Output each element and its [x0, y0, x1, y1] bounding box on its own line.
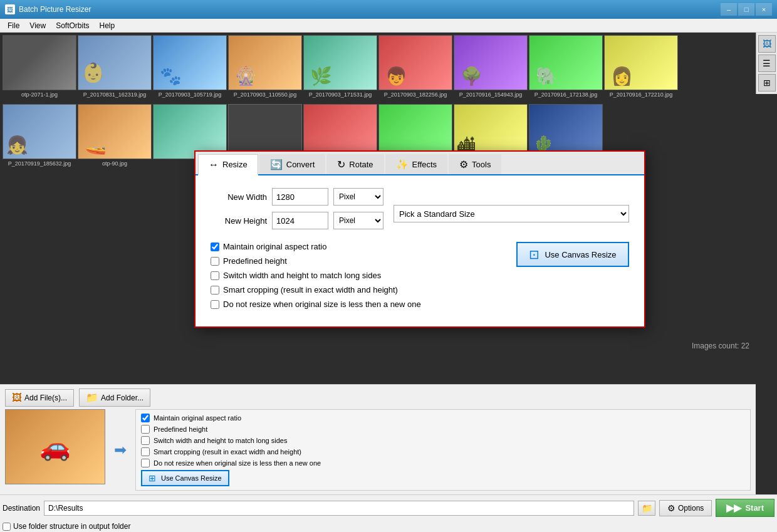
tab-tools[interactable]: ⚙ Tools — [449, 154, 501, 174]
smart-crop-row: Smart cropping (result in exact width an… — [211, 285, 504, 295]
window-controls: – □ × — [721, 3, 772, 16]
thumb-label: otp-90.jpg — [102, 160, 127, 167]
add-files-button[interactable]: 🖼 Add File(s)... — [5, 389, 74, 407]
thumb-label: P_20170903_105719.jpg — [159, 91, 222, 98]
thumb-label: otp-2071-1.jpg — [21, 91, 58, 98]
list-item[interactable]: 👦 P_20170903_182256.jpg — [378, 35, 452, 102]
small-smart-crop-checkbox[interactable] — [141, 447, 150, 456]
gallery-row-1: otp-2071-1.jpg 👶 P_20170831_162319.jpg 🐾… — [0, 33, 777, 102]
size-section: New Width Pixel Percent Cm Inch New Heig… — [211, 188, 629, 236]
size-inputs: New Width Pixel Percent Cm Inch New Heig… — [211, 188, 383, 236]
list-item[interactable]: otp-2071-1.jpg — [3, 35, 76, 102]
predefined-height-checkbox[interactable] — [211, 257, 219, 266]
list-item[interactable]: 🎡 P_20170903_110550.jpg — [228, 35, 302, 102]
list-item[interactable]: 👧 P_20170919_185632.jpg — [3, 104, 76, 170]
small-maintain-aspect-checkbox[interactable] — [141, 414, 150, 422]
rotate-tab-icon: ↻ — [337, 159, 345, 170]
new-height-label: New Height — [211, 216, 267, 226]
small-no-resize-row: Do not resize when original size is less… — [141, 459, 745, 467]
standard-size-select[interactable]: Pick a Standard Size 800x600 1024x768 12… — [394, 205, 629, 222]
list-view-button[interactable]: ☰ — [758, 55, 776, 72]
tab-tools-label: Tools — [472, 160, 491, 169]
tab-effects[interactable]: ✨ Effects — [385, 154, 448, 174]
predefined-height-label: Predefined height — [223, 256, 287, 266]
maintain-aspect-label: Maintain original aspect ratio — [223, 242, 326, 251]
thumb-label: P_20170903_110550.jpg — [234, 91, 297, 98]
use-folder-row: Use folder structure in output folder — [0, 521, 777, 532]
small-settings-panel: Maintain original aspect ratio Predefine… — [135, 409, 751, 491]
tab-rotate[interactable]: ↻ Rotate — [326, 154, 383, 174]
maintain-aspect-checkbox[interactable] — [211, 243, 219, 251]
start-button[interactable]: ▶▶ Start — [716, 499, 774, 517]
small-smart-crop-row: Smart cropping (result in exact width an… — [141, 447, 745, 456]
menu-file[interactable]: File — [3, 20, 24, 31]
height-unit-select[interactable]: Pixel Percent Cm Inch — [333, 212, 383, 229]
checkboxes-section: Maintain original aspect ratio Predefine… — [211, 242, 504, 314]
resize-dialog: ↔ Resize 🔄 Convert ↻ Rotate ✨ Effects ⚙ … — [194, 150, 645, 328]
arrow-icon: ➡ — [110, 409, 130, 491]
preview-thumbnail: 🚗 — [5, 409, 105, 484]
tab-resize-label: Resize — [222, 160, 248, 169]
preview-area: 🚗 ➡ Maintain original aspect ratio Prede… — [5, 409, 751, 491]
list-item[interactable]: 👶 P_20170831_162319.jpg — [78, 35, 152, 102]
small-maintain-aspect-row: Maintain original aspect ratio — [141, 414, 745, 422]
tab-resize[interactable]: ↔ Resize — [198, 154, 258, 175]
smart-crop-label: Smart cropping (result in exact width an… — [223, 285, 398, 295]
app-icon: 🖼 — [5, 4, 15, 14]
width-input[interactable] — [272, 188, 328, 206]
list-item[interactable]: 👩 P_20170916_172210.jpg — [604, 35, 678, 102]
destination-input[interactable] — [44, 501, 634, 516]
maximize-button[interactable]: □ — [738, 3, 754, 16]
minimize-button[interactable]: – — [721, 3, 737, 16]
no-resize-label: Do not resize when original size is less… — [223, 300, 421, 309]
list-item[interactable]: 🌳 P_20170916_154943.jpg — [454, 35, 528, 102]
small-predefined-height-row: Predefined height — [141, 425, 745, 434]
tab-convert[interactable]: 🔄 Convert — [259, 154, 326, 174]
height-input[interactable] — [272, 212, 328, 229]
menu-view[interactable]: View — [24, 20, 51, 31]
menubar: File View SoftOrbits Help — [0, 19, 777, 33]
small-predefined-height-checkbox[interactable] — [141, 425, 150, 434]
options-button[interactable]: ⚙ Options — [659, 500, 712, 516]
list-item[interactable]: 🐾 P_20170903_105719.jpg — [153, 35, 227, 102]
destination-browse-button[interactable]: 📁 — [638, 501, 655, 516]
list-item[interactable]: 🐘 P_20170916_172138.jpg — [529, 35, 603, 102]
new-height-row: New Height Pixel Percent Cm Inch — [211, 212, 383, 229]
tab-bar: ↔ Resize 🔄 Convert ↻ Rotate ✨ Effects ⚙ … — [196, 152, 644, 175]
list-item[interactable]: 🚤 otp-90.jpg — [78, 104, 152, 170]
small-canvas-btn-label: Use Canvas Resize — [161, 474, 222, 482]
images-count: Images count: 22 — [692, 342, 749, 350]
thumb-label: P_20170831_162319.jpg — [83, 91, 147, 98]
canvas-resize-icon: ⊡ — [529, 247, 540, 262]
new-width-label: New Width — [211, 192, 267, 202]
modal-body: New Width Pixel Percent Cm Inch New Heig… — [196, 175, 644, 326]
bottom-panel: 🖼 Add File(s)... 📁 Add Folder... 🚗 — [0, 384, 756, 494]
use-folder-checkbox[interactable] — [3, 523, 11, 531]
thumb-label: P_20170903_171531.jpg — [309, 91, 372, 98]
switch-wh-checkbox[interactable] — [211, 271, 219, 280]
close-button[interactable]: × — [756, 3, 772, 16]
add-files-row: 🖼 Add File(s)... 📁 Add Folder... — [5, 389, 751, 407]
use-folder-label: Use folder structure in output folder — [13, 522, 130, 531]
list-item[interactable]: 🌿 P_20170903_171531.jpg — [303, 35, 377, 102]
detail-view-button[interactable]: ⊞ — [758, 74, 776, 91]
menu-softorbits[interactable]: SoftOrbits — [51, 20, 94, 31]
thumb-label: P_20170919_185632.jpg — [8, 160, 71, 167]
smart-crop-checkbox[interactable] — [211, 286, 219, 295]
small-canvas-resize-button[interactable]: ⊞ Use Canvas Resize — [141, 470, 229, 486]
no-resize-checkbox[interactable] — [211, 300, 219, 309]
width-unit-select[interactable]: Pixel Percent Cm Inch — [333, 188, 383, 206]
grid-view-button[interactable]: 🖼 — [758, 35, 776, 53]
options-section: Maintain original aspect ratio Predefine… — [211, 242, 629, 314]
resize-tab-icon: ↔ — [209, 159, 219, 170]
no-resize-row: Do not resize when original size is less… — [211, 300, 504, 309]
menu-help[interactable]: Help — [95, 20, 120, 31]
tab-effects-label: Effects — [412, 160, 437, 169]
small-predefined-height-label: Predefined height — [154, 425, 207, 433]
small-switch-wh-label: Switch width and height to match long si… — [154, 437, 287, 444]
small-no-resize-checkbox[interactable] — [141, 459, 150, 467]
small-switch-wh-checkbox[interactable] — [141, 436, 150, 445]
canvas-resize-button[interactable]: ⊡ Use Canvas Resize — [516, 242, 629, 267]
add-folder-button[interactable]: 📁 Add Folder... — [79, 389, 150, 407]
app-title: Batch Picture Resizer — [19, 5, 721, 14]
